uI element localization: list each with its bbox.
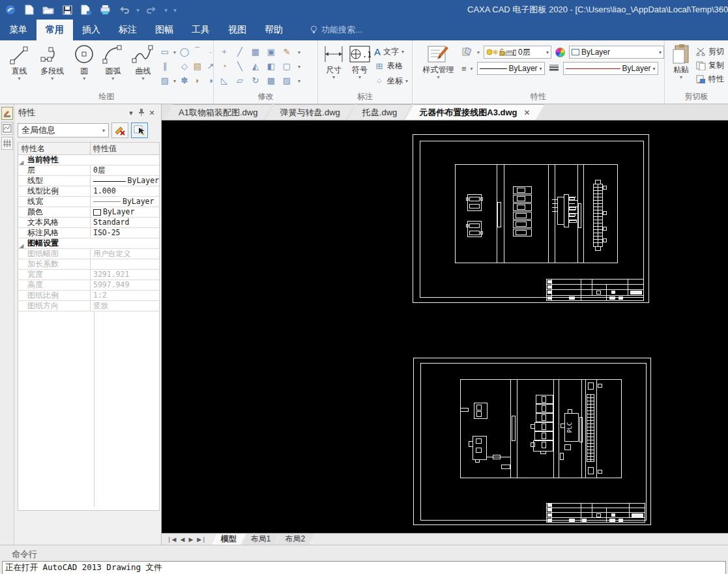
print-icon[interactable] — [98, 4, 111, 16]
edit-tool-icon[interactable]: ✎ — [280, 45, 293, 58]
redo-icon[interactable] — [145, 4, 158, 16]
prop-row-lineweight[interactable]: 线宽 ByLayer — [18, 197, 159, 207]
save-as-icon[interactable] — [80, 4, 93, 16]
rectangle-tool-icon[interactable]: ▭ — [158, 45, 171, 58]
menu-tab-changyong[interactable]: 常用 — [36, 20, 73, 40]
scope-combo[interactable]: 全局信息 ▾ — [18, 123, 109, 137]
doc-tab-1[interactable]: A1取物箱装配图.dwg — [164, 104, 272, 120]
linetype-settings-icon[interactable]: ≡ — [461, 64, 467, 74]
prop-row-dimstyle[interactable]: 标注风格ISO-25 — [18, 228, 159, 238]
group-row-sheet[interactable]: ◢图幅设置 — [18, 238, 159, 249]
save-icon[interactable] — [61, 4, 74, 16]
prop-row-width[interactable]: 宽度3291.921 — [18, 270, 159, 280]
rotate-tool-icon[interactable]: ↻ — [249, 74, 262, 87]
ellipse-tool-icon[interactable]: ◯ — [178, 45, 191, 58]
polygon-tool-icon[interactable]: ◇ — [178, 59, 191, 72]
hatch-edit-caret[interactable]: ▾ — [296, 74, 302, 88]
doc-tab-close-icon[interactable]: ✕ — [524, 108, 531, 117]
prop-row-linetype[interactable]: 线型 ByLayer — [18, 176, 159, 186]
rectangle-tool-caret[interactable]: ▾ — [171, 45, 178, 59]
menu-tab-caidan[interactable]: 菜单 — [0, 20, 36, 40]
layout-tab-2[interactable]: 布局2 — [276, 534, 314, 545]
frame-tool-caret[interactable]: ▾ — [296, 59, 302, 74]
prop-row-ltscale[interactable]: 线型比例1.000 — [18, 186, 159, 197]
sidebar-tab-properties[interactable] — [1, 107, 13, 120]
insert-tool-icon[interactable]: ◗ — [191, 74, 204, 87]
prop-row-sheetsize[interactable]: 图纸幅面用户自定义 — [18, 249, 159, 259]
menu-tab-charu[interactable]: 插入 — [73, 20, 109, 40]
undo-dropdown-caret[interactable]: ▾ — [136, 7, 139, 14]
prev-layout-icon[interactable]: ◀ — [180, 536, 184, 543]
coord-button[interactable]: ⁘坐标▾ — [374, 74, 408, 87]
prop-row-lengthen[interactable]: 加长系数 — [18, 259, 159, 270]
first-layout-icon[interactable]: ❘◀ — [167, 536, 176, 543]
clear-edit-button[interactable] — [111, 122, 128, 138]
parallel-tool-icon[interactable]: ∥ — [158, 59, 171, 72]
app-logo-icon[interactable] — [4, 4, 17, 16]
drawing-canvas[interactable]: PLC — [162, 121, 728, 533]
rect-frame-tool-icon[interactable]: ▢ — [280, 59, 293, 72]
pick-object-button[interactable] — [131, 122, 148, 138]
block-tool-icon[interactable]: ▤ — [191, 59, 204, 72]
doc-tab-3[interactable]: 托盘.dwg — [348, 104, 411, 120]
sidebar-tab-library[interactable] — [1, 122, 13, 135]
cut-button[interactable]: 剪切 — [696, 46, 724, 57]
qat-customize-caret[interactable]: ▾ — [173, 7, 177, 14]
mirror-tool-icon[interactable]: ◭ — [249, 59, 262, 72]
prop-row-color[interactable]: 颜色 ByLayer — [18, 207, 159, 218]
copy-button[interactable]: 复制 — [696, 60, 724, 71]
pin-icon[interactable] — [136, 108, 147, 117]
table-button[interactable]: ⊞表格 — [374, 59, 408, 72]
prop-row-layer[interactable]: 层0层 — [18, 165, 159, 176]
menu-tab-gongju[interactable]: 工具 — [182, 20, 219, 40]
shear-tool-icon[interactable]: ▱ — [233, 74, 246, 87]
menu-tab-biaozhu[interactable]: 标注 — [109, 20, 146, 40]
last-layout-icon[interactable]: ▶❘ — [197, 536, 206, 543]
stretch-tool-icon[interactable]: ◺ — [218, 74, 231, 87]
next-layout-icon[interactable]: ▶ — [188, 536, 193, 543]
sample-curve-tool-icon[interactable]: ⌒ — [191, 45, 204, 58]
text-button[interactable]: A文字▾ — [374, 46, 408, 57]
hatch-tool-caret[interactable]: ▾ — [171, 74, 178, 88]
clip-tool-icon[interactable]: ▣ — [265, 45, 278, 58]
gear-tool-icon[interactable]: ✽ — [178, 74, 191, 87]
layout-tab-model[interactable]: 模型 — [212, 534, 246, 545]
hatch-edit-tool-icon[interactable]: ▨ — [280, 74, 293, 87]
prop-row-height[interactable]: 高度5997.949 — [18, 280, 159, 291]
prop-row-orientation[interactable]: 图纸方向竖放 — [18, 301, 159, 311]
linetype-settings-caret[interactable]: ▾ — [471, 66, 473, 72]
redo-dropdown-caret[interactable]: ▾ — [164, 7, 167, 14]
array-tool-icon[interactable]: ▦ — [249, 45, 262, 58]
color-wheel-icon[interactable] — [555, 48, 565, 57]
prop-row-scale[interactable]: 图纸比例1:2 — [18, 291, 159, 301]
lineweight-combo[interactable]: ByLayer ▾ — [563, 62, 658, 75]
trim-tool-icon[interactable]: ╱ — [233, 45, 246, 58]
panel-menu-caret[interactable]: ▾ — [126, 109, 136, 117]
doc-tab-2[interactable]: 弹簧与转盘.dwg — [265, 104, 354, 120]
function-search[interactable]: 功能搜索... — [310, 24, 362, 40]
paste-special-button[interactable]: 特性 — [696, 74, 724, 85]
close-icon[interactable]: ✕ — [147, 109, 157, 117]
erase-tool-icon[interactable]: ◔ — [218, 59, 231, 72]
linetype-combo[interactable]: ByLayer ▾ — [477, 62, 545, 75]
doc-tab-4-active[interactable]: 元器件布置接线图A3.dwg ✕ — [405, 104, 544, 120]
command-line[interactable]: 正在打开 AutoCAD 2013 Drawing 文件 — [2, 561, 726, 574]
color-combo[interactable]: ByLayer ▾ — [569, 46, 664, 59]
edit-tool-caret[interactable]: ▾ — [296, 45, 302, 59]
collapse-triangle-icon[interactable]: ◢ — [20, 241, 23, 248]
collapse-triangle-icon[interactable]: ◢ — [20, 158, 23, 165]
layer-combo[interactable]: 0层 ▾ — [484, 46, 551, 59]
menu-tab-bangzhu[interactable]: 帮助 — [255, 20, 292, 40]
undo-icon[interactable] — [117, 4, 130, 16]
group-row-current[interactable]: ◢当前特性 — [18, 155, 159, 165]
menu-tab-tufu[interactable]: 图幅 — [146, 20, 182, 40]
prop-row-textstyle[interactable]: 文本风格Standard — [18, 218, 159, 228]
menu-tab-shitu[interactable]: 视图 — [219, 20, 255, 40]
layer-settings-icon[interactable] — [461, 46, 473, 59]
move-tool-icon[interactable]: ＋ — [218, 45, 231, 58]
lineweight-settings-icon[interactable] — [549, 64, 559, 74]
hatch-tool-icon[interactable]: ▨ — [158, 74, 171, 87]
scale-tool-icon[interactable]: ◧ — [265, 59, 278, 72]
layer-settings-caret[interactable]: ▾ — [477, 50, 480, 55]
extend-tool-icon[interactable]: ╲ — [233, 59, 246, 72]
